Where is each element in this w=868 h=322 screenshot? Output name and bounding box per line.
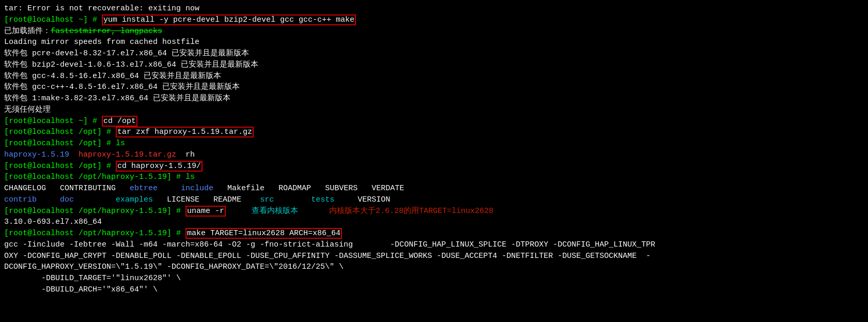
output-line-24: -DBUILD_TARGET='"linux2628"' \ xyxy=(4,273,864,284)
prompt-18: [root@localhost /opt/haproxy-1.5.19] # xyxy=(4,207,185,216)
command-line-18: [root@localhost /opt/haproxy-1.5.19] # u… xyxy=(4,206,864,217)
output-line-19: 3.10.0-693.el7.x86_64 xyxy=(4,217,864,228)
command-line-11: [root@localhost ~] # cd /opt xyxy=(4,116,864,127)
output-line-10: 无须任何处理 xyxy=(4,104,864,116)
comment-target: 内核版本大于2.6.28的用TARGET=linux2628 xyxy=(329,207,493,216)
ls2-output-row2: contrib doc examples LICENSE README src … xyxy=(4,194,864,206)
command-line-12: [root@localhost /opt] # tar zxf haproxy-… xyxy=(4,127,864,138)
output-line-4: Loading mirror speeds from cached hostfi… xyxy=(4,37,864,48)
cmd-box-18: uname -r xyxy=(185,206,226,217)
output-line-8: 软件包 gcc-c++-4.8.5-16.el7.x86_64 已安装并且是最新… xyxy=(4,82,864,93)
cmd-box-20: make TARGET=linux2628 ARCH=x86_64 xyxy=(185,228,342,239)
prompt-13: [root@localhost /opt] # ls xyxy=(4,139,125,148)
output-line-5: 软件包 pcre-devel-8.32-17.el7.x86_64 已安装并且是… xyxy=(4,48,864,59)
cmd-box-12: tar zxf haproxy-1.5.19.tar.gz xyxy=(116,127,254,137)
output-line-3: 已加载插件：fastestmirror, langpacks xyxy=(4,26,864,37)
cmd-box-11: cd /opt xyxy=(102,116,137,127)
prompt-12: [root@localhost /opt] # xyxy=(4,128,116,136)
prompt-11: [root@localhost ~] # xyxy=(4,117,102,126)
output-line-23: DCONFIG_HAPROXY_VERSION=\"1.5.19\" -DCON… xyxy=(4,262,864,273)
terminal-window: tar: Error is not recoverable: exiting n… xyxy=(4,3,864,296)
ls2-output-row1: CHANGELOG CONTRIBUTING ebtree include Ma… xyxy=(4,183,864,194)
command-line-2: [root@localhost ~] # yum install -y pcre… xyxy=(4,14,864,26)
prompt-20: [root@localhost /opt/haproxy-1.5.19] # xyxy=(4,229,185,238)
output-line-9: 软件包 1:make-3.82-23.el7.x86_64 已安装并且是最新版本 xyxy=(4,93,864,104)
ls-output-line: haproxy-1.5.19 haproxy-1.5.19.tar.gz rh xyxy=(4,149,864,161)
output-line-25: -DBUILD_ARCH='"x86_64"' \ xyxy=(4,284,864,296)
prompt-15: [root@localhost /opt] # xyxy=(4,162,116,171)
command-line-13: [root@localhost /opt] # ls xyxy=(4,138,864,149)
command-line-16: [root@localhost /opt/haproxy-1.5.19] # l… xyxy=(4,172,864,183)
output-line-21: gcc -Iinclude -Iebtree -Wall -m64 -march… xyxy=(4,239,864,251)
cmd-box-15: cd haproxy-1.5.19/ xyxy=(116,161,203,172)
output-line-22: OXY -DCONFIG_HAP_CRYPT -DENABLE_POLL -DE… xyxy=(4,251,864,262)
cmd-box-2: yum install -y pcre-devel bzip2-devel gc… xyxy=(102,14,356,25)
output-line-7: 软件包 gcc-4.8.5-16.el7.x86_64 已安装并且是最新版本 xyxy=(4,71,864,82)
command-line-15: [root@localhost /opt] # cd haproxy-1.5.1… xyxy=(4,161,864,172)
output-line-6: 软件包 bzip2-devel-1.0.6-13.el7.x86_64 已安装并… xyxy=(4,59,864,71)
output-line-1: tar: Error is not recoverable: exiting n… xyxy=(4,3,864,14)
prompt-2: [root@localhost ~] # xyxy=(4,16,102,24)
comment-kernel-version: 查看内核版本 xyxy=(252,207,298,216)
prompt-16: [root@localhost /opt/haproxy-1.5.19] # l… xyxy=(4,173,195,181)
command-line-20: [root@localhost /opt/haproxy-1.5.19] # m… xyxy=(4,228,864,239)
